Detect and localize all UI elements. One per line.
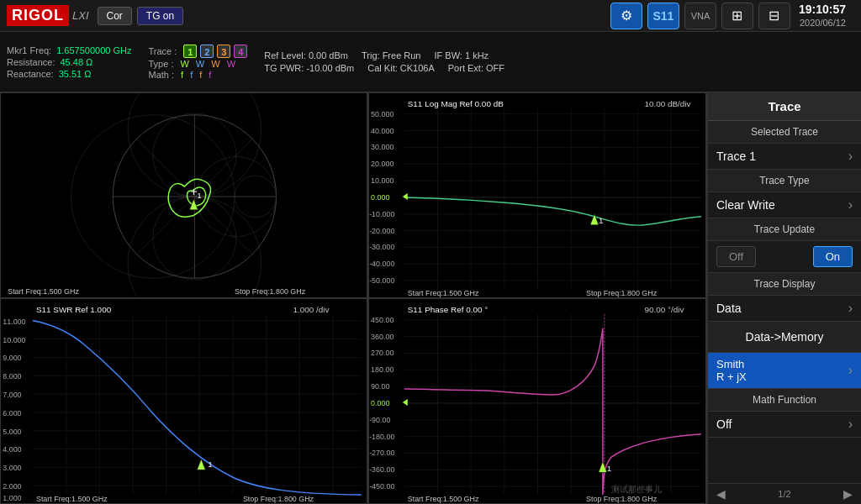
sidebar-title: Trace xyxy=(708,92,861,121)
svg-text:Stop Freq:1.800 GHz: Stop Freq:1.800 GHz xyxy=(586,289,658,297)
page-indicator: 1/2 xyxy=(778,489,790,499)
svg-text:-180.00: -180.00 xyxy=(369,433,394,441)
svg-text:8.000: 8.000 xyxy=(3,372,21,381)
grid2-icon[interactable]: ⊟ xyxy=(758,3,790,29)
logo: RIGOL LXI xyxy=(7,5,89,26)
lxi-logo: LXI xyxy=(72,9,89,22)
ref-level: Ref Level: 0.00 dBm xyxy=(264,50,348,60)
selected-trace-value: Trace 1 xyxy=(716,150,756,163)
svg-text:1: 1 xyxy=(208,459,213,469)
grid-icon[interactable]: ⊞ xyxy=(721,3,753,29)
trace-update-toggle: Off On xyxy=(708,241,861,273)
if-bw: IF BW: 1 kHz xyxy=(435,50,489,60)
svg-text:7.000: 7.000 xyxy=(3,391,21,399)
svg-text:1: 1 xyxy=(197,191,202,200)
trace-format-item[interactable]: SmithR + jX › xyxy=(708,353,861,389)
math-function-item[interactable]: Off › xyxy=(708,412,861,438)
left-panels: S11 Smith (R+jX) /div xyxy=(0,92,368,504)
settings-icon[interactable]: ⚙ xyxy=(610,3,642,29)
svg-text:-50.000: -50.000 xyxy=(369,276,394,285)
trace-2-badge: 2 xyxy=(200,45,214,58)
svg-text:S11 Phase   Ref 0.00 °: S11 Phase Ref 0.00 ° xyxy=(408,305,488,314)
log-mag-svg: 50.000 40.000 30.000 20.000 10.000 0.000… xyxy=(369,93,705,297)
toggle-on-button[interactable]: On xyxy=(813,246,853,267)
reactance-label: Reactance: xyxy=(7,69,54,79)
sidebar: Trace Selected Trace Trace 1 › Trace Typ… xyxy=(707,92,861,504)
math-function-title: Math Function xyxy=(708,389,861,412)
svg-text:-40.000: -40.000 xyxy=(369,260,394,268)
svg-text:Start Freq:1.500 GHz: Start Freq:1.500 GHz xyxy=(36,495,108,503)
trace-update-title: Trace Update xyxy=(708,218,861,241)
svg-text:-30.000: -30.000 xyxy=(369,243,394,251)
math-function-arrow: › xyxy=(848,417,853,432)
svg-text:Stop Freq:1.800 GHz: Stop Freq:1.800 GHz xyxy=(235,287,306,296)
svg-text:360.00: 360.00 xyxy=(371,333,394,341)
clear-write-item[interactable]: Clear Write › xyxy=(708,192,861,218)
tg-button[interactable]: TG on xyxy=(137,7,183,25)
svg-text:10.00 dB/div: 10.00 dB/div xyxy=(644,99,690,108)
svg-text:0.000: 0.000 xyxy=(371,193,389,202)
svg-text:Stop Freq:1.800 GHz: Stop Freq:1.800 GHz xyxy=(243,495,314,503)
trace-display-title: Trace Display xyxy=(708,273,861,296)
svg-text:-90.00: -90.00 xyxy=(369,416,390,424)
trace-1-badge: 1 xyxy=(183,45,197,58)
vna-icon[interactable]: VNA xyxy=(684,3,716,29)
svg-rect-19 xyxy=(1,299,366,503)
trace-type-title: Trace Type xyxy=(708,170,861,192)
sidebar-footer: ◀ 1/2 ▶ xyxy=(708,483,861,504)
cor-button[interactable]: Cor xyxy=(98,7,132,25)
log-mag-panel: 50.000 40.000 30.000 20.000 10.000 0.000… xyxy=(368,92,706,298)
data-memory-button[interactable]: Data->Memory xyxy=(708,322,861,353)
svg-text:0.000: 0.000 xyxy=(371,399,389,407)
nav-right-btn[interactable]: ▶ xyxy=(843,487,853,501)
ref-info: Ref Level: 0.00 dBm Trig: Free Run IF BW… xyxy=(264,50,854,73)
svg-text:2.000: 2.000 xyxy=(3,482,21,491)
datetime: 19:10:57 2020/06/12 xyxy=(799,2,846,29)
trace-display-value: Data xyxy=(716,302,742,315)
swr-chart-svg: 11.000 10.000 9.000 8.000 7.000 6.000 5.… xyxy=(1,299,367,503)
svg-text:50.000: 50.000 xyxy=(371,110,394,118)
svg-text:450.00: 450.00 xyxy=(371,316,394,324)
trace-display-item[interactable]: Data › xyxy=(708,296,861,322)
phase-svg: 450.00 360.00 270.00 180.00 90.00 0.000 … xyxy=(369,299,705,503)
trace-4-badge: 4 xyxy=(234,45,247,58)
clear-write-value: Clear Write xyxy=(716,198,775,212)
svg-text:S11 SWR   Ref 1.000: S11 SWR Ref 1.000 xyxy=(36,305,112,314)
svg-text:6.000: 6.000 xyxy=(3,409,21,417)
svg-text:Start Freq:1.500 GHz: Start Freq:1.500 GHz xyxy=(408,495,479,503)
rigol-logo: RIGOL xyxy=(7,5,69,26)
phase-panel: 450.00 360.00 270.00 180.00 90.00 0.000 … xyxy=(368,298,706,504)
svg-text:1.000 /div: 1.000 /div xyxy=(293,305,329,314)
measurement-col: Mkr1 Freq: 1.657500000 GHz Resistance: 4… xyxy=(7,45,131,79)
nav-left-btn[interactable]: ◀ xyxy=(716,487,726,501)
svg-text:S11 Log Mag   Ref 0.00 dB: S11 Log Mag Ref 0.00 dB xyxy=(408,99,504,108)
right-charts: 50.000 40.000 30.000 20.000 10.000 0.000… xyxy=(368,92,707,504)
data-memory-label: Data->Memory xyxy=(746,330,824,344)
svg-text:5.000: 5.000 xyxy=(3,428,21,436)
header: RIGOL LXI Cor TG on ⚙ S11 VNA ⊞ ⊟ 19:10:… xyxy=(0,0,861,32)
svg-text:-360.00: -360.00 xyxy=(369,465,394,474)
trig-info: Trig: Free Run xyxy=(362,50,421,60)
selected-trace-title: Selected Trace xyxy=(708,121,861,144)
svg-text:40.000: 40.000 xyxy=(371,127,394,135)
trace-info: Trace : 1 2 3 4 Type : W W W W Math : f … xyxy=(148,45,247,80)
port-ext: Port Ext: OFF xyxy=(448,63,504,73)
svg-text:270.00: 270.00 xyxy=(371,349,394,357)
svg-text:-20.000: -20.000 xyxy=(369,227,394,235)
trace-format-value: SmithR + jX xyxy=(716,358,747,383)
svg-text:90.00: 90.00 xyxy=(371,382,389,391)
cal-kit: Cal Kit: CK106A xyxy=(367,63,434,73)
svg-text:Start Freq:1.500 GHz: Start Freq:1.500 GHz xyxy=(8,287,79,296)
s11-badge[interactable]: S11 xyxy=(647,3,679,29)
svg-text:3.000: 3.000 xyxy=(3,464,21,472)
toggle-off-button[interactable]: Off xyxy=(716,246,756,267)
svg-text:4.000: 4.000 xyxy=(3,445,21,454)
smith-chart-svg: 1 Start Freq:1.500 GHz Stop Freq:1.800 G… xyxy=(1,93,367,297)
svg-text:30.000: 30.000 xyxy=(371,143,394,151)
reactance-value: 35.51 Ω xyxy=(59,69,92,79)
mkr-freq-label: Mkr1 Freq: xyxy=(7,45,51,55)
svg-text:11.000: 11.000 xyxy=(3,318,25,326)
resistance-label: Resistance: xyxy=(7,57,55,67)
selected-trace-item[interactable]: Trace 1 › xyxy=(708,144,861,170)
svg-text:1: 1 xyxy=(599,216,604,225)
